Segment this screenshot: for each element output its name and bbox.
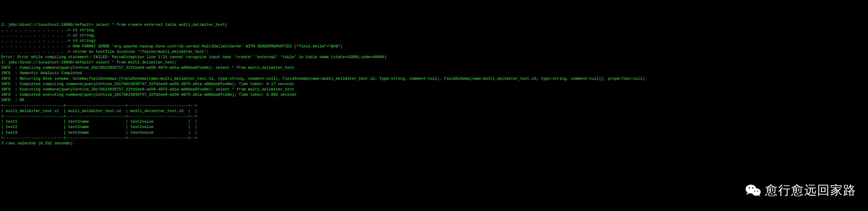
svg-point-3: [752, 187, 753, 188]
continuation-line[interactable]: . . . . . . . . . . . . . . .> s3 string…: [1, 38, 96, 43]
svg-point-2: [749, 187, 750, 188]
rows-selected: 3 rows selected (0.252 seconds): [1, 141, 73, 146]
sql-text: stored as textfile location '/fayson/mul…: [73, 50, 209, 54]
table-border: +--------------------------+------------…: [1, 114, 197, 118]
info-line: INFO : Returning Hive schema: Schema(fie…: [1, 76, 645, 81]
continuation-prompt: . . . . . . . . . . . . . . .>: [1, 44, 73, 49]
continuation-line[interactable]: . . . . . . . . . . . . . . .> ROW FORMA…: [1, 44, 343, 49]
sql-text: s1 string,: [73, 28, 96, 32]
terminal-output: 2: jdbc:hive2://localhost:10000/default>…: [1, 22, 867, 146]
info-line: INFO : Completed compiling command(query…: [1, 82, 294, 86]
table-border: +--------------------------+------------…: [1, 136, 197, 140]
info-line: INFO : Semantic Analysis Completed: [1, 71, 82, 75]
continuation-prompt: . . . . . . . . . . . . . . .>: [1, 33, 73, 37]
table-border: +--------------------------+------------…: [1, 103, 197, 108]
beeline-prompt: 2: jdbc:hive2://localhost:10000/default>: [1, 23, 96, 27]
info-line: INFO : Compiling command(queryId=hive_20…: [1, 65, 294, 70]
info-line: INFO : Executing command(queryId=hive_20…: [1, 87, 294, 91]
table-header: | multi_delimiter_test.s1 | multi_delimi…: [1, 109, 197, 113]
continuation-line[interactable]: . . . . . . . . . . . . . . .> stored as…: [1, 50, 209, 54]
continuation-prompt: . . . . . . . . . . . . . . .>: [1, 28, 73, 32]
continuation-prompt: . . . . . . . . . . . . . . .>: [1, 38, 73, 43]
continuation-prompt: . . . . . . . . . . . . . . .>: [1, 50, 73, 54]
watermark-text: 愈行愈远回家路: [765, 182, 856, 199]
sql-text: select * from multi_delimiter_test;: [96, 60, 177, 64]
table-row: | test3 | test3name | test4value | |: [1, 130, 197, 135]
continuation-line[interactable]: . . . . . . . . . . . . . . .> s1 string…: [1, 28, 96, 32]
svg-point-5: [757, 190, 758, 192]
sql-text: select * from create external table mult…: [96, 23, 227, 27]
table-row: | test1 | test1name | test2value | |: [1, 120, 197, 124]
table-row: | test2 | test2name | test2value | |: [1, 125, 197, 129]
beeline-prompt: 2: jdbc:hive2://localhost:10000/default>: [1, 60, 96, 64]
prompt-line[interactable]: 2: jdbc:hive2://localhost:10000/default>…: [1, 23, 227, 27]
sql-text: s2 string,: [73, 33, 96, 37]
continuation-line[interactable]: . . . . . . . . . . . . . . .> s2 string…: [1, 33, 96, 37]
sql-text: s3 string): [73, 38, 96, 43]
svg-point-4: [754, 190, 755, 192]
error-line: Error: Error while compiling statement: …: [1, 55, 386, 59]
sql-text: ROW FORMAT SERDE 'org.apache.hadoop.hive…: [73, 44, 343, 49]
info-line: INFO : OK: [1, 98, 24, 102]
prompt-line[interactable]: 2: jdbc:hive2://localhost:10000/default>…: [1, 60, 177, 64]
watermark: 愈行愈远回家路: [745, 182, 856, 199]
info-line: INFO : Completed executing command(query…: [1, 93, 297, 97]
wechat-icon: [745, 184, 762, 197]
